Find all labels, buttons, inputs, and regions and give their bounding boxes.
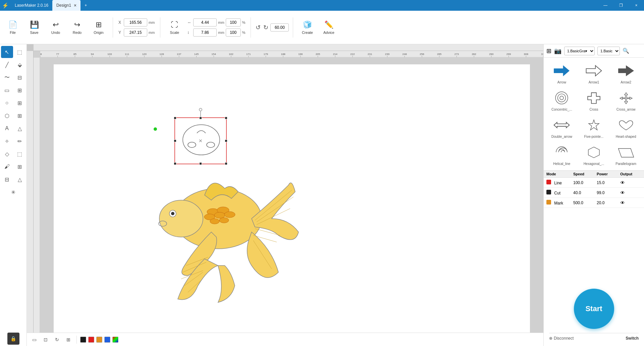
rotate-ccw-button[interactable]: ↺	[255, 23, 261, 32]
tab-close-button[interactable]: ×	[74, 3, 76, 8]
shape-item-arrow1[interactable]: Arrow1	[579, 60, 609, 86]
select-tool[interactable]: ↖	[1, 46, 13, 58]
arrow1-shape-icon	[584, 62, 604, 79]
array-tool[interactable]: ⊞	[14, 110, 26, 122]
y-input[interactable]	[124, 28, 147, 37]
svg-text:77: 77	[56, 53, 59, 56]
paint-tool[interactable]: 🖌	[1, 161, 13, 173]
handle-bm[interactable]	[199, 162, 202, 165]
grid-tool[interactable]: ⊞	[14, 97, 26, 109]
color-swatch-black[interactable]	[80, 337, 86, 343]
disconnect-button[interactable]: ⊗ Disconnect	[549, 336, 574, 341]
handle-tl[interactable]	[174, 117, 176, 119]
special-tool[interactable]: ✳	[7, 186, 19, 198]
layer-row-mark[interactable]: Mark 500.0 20.0 👁	[544, 198, 644, 208]
undo-button[interactable]: ↩ Undo	[46, 16, 66, 39]
measure-tool[interactable]: △	[14, 122, 26, 134]
handle-tr[interactable]	[225, 117, 227, 119]
handle-tm[interactable]	[199, 117, 202, 119]
scale-button[interactable]: ⛶ Scale	[164, 16, 184, 39]
color-swatch-blue[interactable]	[104, 337, 110, 343]
color-swatch-multi[interactable]	[112, 337, 118, 343]
bool-tool[interactable]: ⊞	[14, 84, 26, 96]
width-input[interactable]	[193, 18, 217, 26]
color-swatch-orange[interactable]	[96, 337, 102, 343]
hatch-tool[interactable]: △	[14, 173, 26, 185]
line-tool[interactable]: ╱	[1, 59, 13, 71]
shape-item-cross-arrow[interactable]: Cross_arrow	[610, 88, 641, 113]
mark-visibility-toggle[interactable]: 👁	[620, 200, 637, 206]
text-tool[interactable]: A	[1, 122, 13, 134]
fit-view-button[interactable]: ⊡	[41, 335, 50, 344]
pattern-tool[interactable]: ⊞	[14, 161, 26, 173]
camera-icon[interactable]: 📷	[554, 47, 561, 55]
design-tab[interactable]: Design1 ×	[52, 0, 80, 11]
rotate-view-button[interactable]: ↻	[52, 335, 62, 344]
shape-item-hexagonal[interactable]: Hexagonal_...	[579, 142, 609, 168]
new-tab-button[interactable]: +	[80, 0, 91, 11]
pen-tool[interactable]: ✏	[14, 135, 26, 147]
minimize-button[interactable]: —	[598, 0, 613, 11]
handle-mr[interactable]	[225, 139, 227, 142]
height-input[interactable]	[193, 28, 217, 37]
maximize-button[interactable]: ❐	[613, 0, 629, 11]
node-tool[interactable]: ⬚	[14, 46, 26, 58]
close-window-button[interactable]: ×	[629, 0, 644, 11]
align-tool[interactable]: ⊟	[14, 71, 26, 83]
grid-view-button[interactable]: ⊞	[64, 335, 73, 344]
copy-tool[interactable]: ⬙	[14, 59, 26, 71]
shape-item-heart[interactable]: Heart-shaped	[610, 115, 641, 140]
height-pct-input[interactable]	[226, 28, 241, 37]
lock-button[interactable]: 🔒	[7, 333, 19, 345]
shape-item-arrow2[interactable]: Arrow2	[610, 60, 641, 86]
rotation-input[interactable]	[270, 23, 289, 32]
line-visibility-toggle[interactable]: 👁	[620, 180, 637, 185]
select-mode-button[interactable]: ▭	[30, 335, 39, 344]
shape-item-helical[interactable]: Helical_line	[546, 142, 577, 168]
circle-tool[interactable]: ○	[1, 97, 13, 109]
eraser-tool[interactable]: ⬚	[14, 148, 26, 160]
x-input[interactable]	[124, 18, 147, 26]
mark-power: 20.0	[597, 200, 620, 205]
shape-item-cross[interactable]: Cross	[579, 88, 609, 113]
cross-label: Cross	[589, 108, 598, 111]
handle-br[interactable]	[225, 162, 227, 165]
layer-row-line[interactable]: Line 100.0 15.0 👁	[544, 178, 644, 188]
cut-visibility-toggle[interactable]: 👁	[620, 190, 637, 195]
color-swatch-red[interactable]	[88, 337, 94, 343]
curve-tool[interactable]: 〜	[1, 71, 13, 83]
origin-button[interactable]: ⊞ Origin	[89, 16, 109, 39]
edit-nodes-tool[interactable]: ✧	[1, 135, 13, 147]
canvas-area[interactable]: ✕	[34, 51, 543, 346]
handle-ml[interactable]	[174, 139, 176, 142]
redo-button[interactable]: ↪ Redo	[67, 16, 87, 39]
switch-button[interactable]: Switch	[626, 336, 639, 341]
rect-tool[interactable]: ▭	[1, 84, 13, 96]
layer-row-cut[interactable]: Cut 40.0 99.0 👁	[544, 188, 644, 198]
rotate-cw-button[interactable]: ↻	[263, 23, 269, 32]
polygon-tool[interactable]: ⬡	[1, 110, 13, 122]
shape-item-five-pointed[interactable]: Five-pointe...	[579, 115, 609, 140]
layers-tool[interactable]: ⊟	[1, 173, 13, 185]
rotation-handle[interactable]	[199, 108, 202, 111]
grid-view-icon[interactable]: ⊞	[546, 47, 551, 55]
shape-category-dropdown[interactable]: 1.BasicGra▾	[564, 47, 595, 55]
handle-bl[interactable]	[174, 162, 176, 165]
width-pct-input[interactable]	[226, 18, 241, 26]
save-button[interactable]: 💾 Save	[24, 16, 44, 39]
canvas-white[interactable]: ✕	[54, 64, 530, 333]
search-icon[interactable]: 🔍	[623, 48, 629, 54]
create-button[interactable]: 🧊 Create	[297, 16, 317, 39]
advice-button[interactable]: ✏️ Advice	[319, 16, 339, 39]
shape-item-arrow[interactable]: Arrow	[546, 60, 577, 86]
canvas-container[interactable]: ✕	[27, 44, 543, 346]
shape-subcategory-dropdown[interactable]: 1.Basic	[597, 47, 620, 55]
shape-item-parallelogram[interactable]: Parallelogram	[610, 142, 641, 168]
start-button[interactable]: Start	[574, 289, 614, 329]
file-button[interactable]: 📄 File	[3, 16, 23, 39]
shape-item-concentric[interactable]: Concentric_...	[546, 88, 577, 113]
concentric-shape-icon	[552, 90, 572, 106]
shape-item-double-arrow[interactable]: Double_arrow	[546, 115, 577, 140]
fill-tool[interactable]: ◇	[1, 148, 13, 160]
file-label: File	[10, 31, 16, 35]
